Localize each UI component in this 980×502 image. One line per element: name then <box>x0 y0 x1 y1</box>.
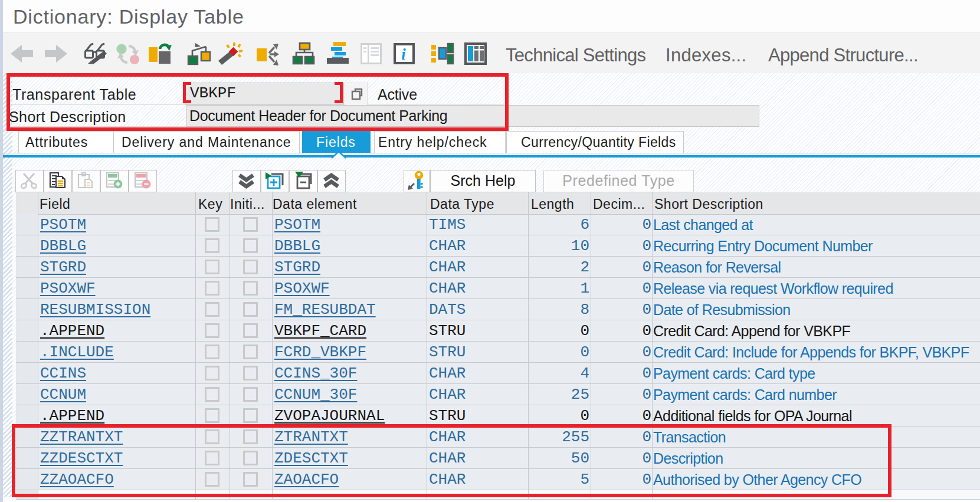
svg-text:i: i <box>401 45 406 63</box>
